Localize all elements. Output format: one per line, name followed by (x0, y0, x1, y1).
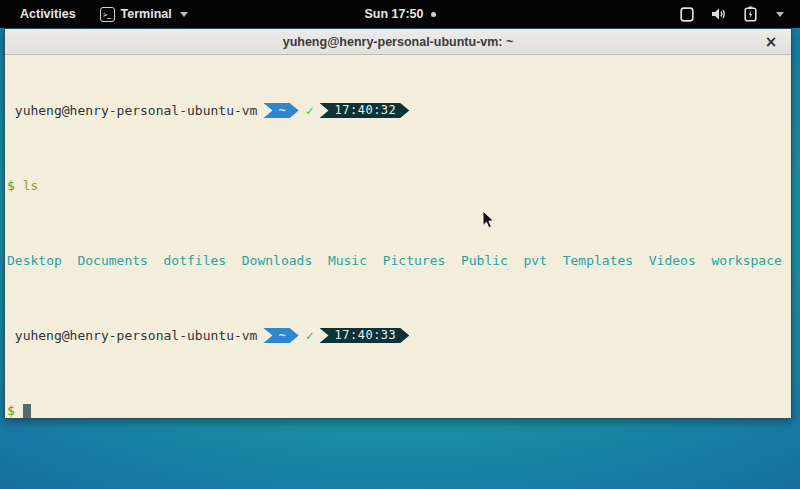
caret-down-icon (776, 12, 784, 17)
directory-name: Pictures (383, 253, 446, 268)
directory-name: Desktop (7, 253, 62, 268)
typed-command: ls (23, 178, 39, 193)
directory-name: workspace (711, 253, 781, 268)
prompt-path: ~ (278, 103, 285, 117)
close-button[interactable]: × (760, 29, 782, 55)
directory-name: Videos (649, 253, 696, 268)
ls-output-line: DesktopDocumentsdotfilesDownloadsMusicPi… (7, 253, 789, 268)
prompt-time: 17:40:32 (335, 103, 397, 117)
prompt-line: yuheng@henry-personal-ubuntu-vm~✓17:40:3… (7, 328, 789, 343)
directory-name: Documents (77, 253, 147, 268)
prompt-path-segment: ~ (263, 328, 298, 343)
activities-button[interactable]: Activities (14, 4, 82, 24)
display-icon (680, 7, 694, 22)
terminal-cursor (23, 404, 31, 418)
prompt-check-icon: ✓ (306, 103, 314, 118)
clock-label: Sun 17:50 (364, 7, 423, 21)
dollar-sign: $ (7, 403, 15, 418)
prompt-check-icon: ✓ (306, 328, 314, 343)
prompt-time: 17:40:33 (335, 328, 397, 342)
caret-down-icon (180, 12, 188, 17)
terminal-window: yuheng@henry-personal-ubuntu-vm: ~ × yuh… (4, 28, 792, 419)
app-menu-label: Terminal (121, 7, 172, 21)
system-menu[interactable] (680, 6, 800, 22)
command-line: $ ls (7, 178, 789, 193)
prompt-path-segment: ~ (263, 103, 298, 118)
terminal-icon: >_ (100, 7, 115, 22)
input-line: $ (7, 403, 789, 418)
prompt-line: yuheng@henry-personal-ubuntu-vm~✓17:40:3… (7, 103, 789, 118)
battery-charging-icon (744, 6, 757, 22)
directory-name: pvt (524, 253, 547, 268)
window-title: yuheng@henry-personal-ubuntu-vm: ~ (5, 35, 791, 49)
app-menu-terminal[interactable]: >_ Terminal (100, 7, 188, 22)
directory-name: Downloads (242, 253, 312, 268)
prompt-time-segment: 17:40:33 (320, 328, 410, 343)
window-titlebar[interactable]: yuheng@henry-personal-ubuntu-vm: ~ × (5, 29, 791, 55)
prompt-path: ~ (278, 328, 285, 342)
prompt-time-segment: 17:40:32 (320, 103, 410, 118)
notification-dot (431, 12, 436, 17)
directory-name: Public (461, 253, 508, 268)
prompt-user: yuheng@henry-personal-ubuntu-vm (15, 103, 258, 118)
clock-button[interactable]: Sun 17:50 (364, 7, 435, 21)
directory-name: dotfiles (164, 253, 227, 268)
top-bar: Activities >_ Terminal Sun 17:50 (0, 0, 800, 28)
volume-icon (711, 7, 727, 21)
terminal-screen[interactable]: yuheng@henry-personal-ubuntu-vm~✓17:40:3… (5, 55, 791, 418)
dollar-sign: $ (7, 178, 15, 193)
prompt-user: yuheng@henry-personal-ubuntu-vm (15, 328, 258, 343)
directory-name: Music (328, 253, 367, 268)
directory-name: Templates (563, 253, 633, 268)
